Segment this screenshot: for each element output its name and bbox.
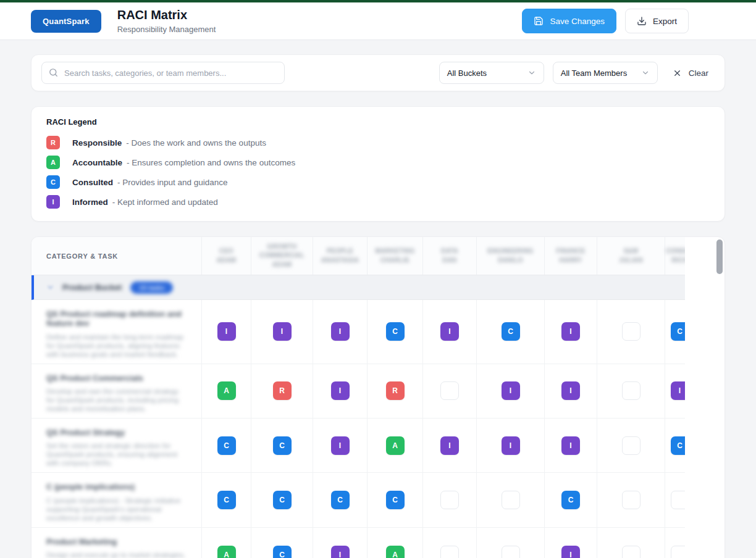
raci-cell[interactable]: [665, 528, 685, 558]
raci-cell[interactable]: [597, 300, 665, 364]
raci-cell[interactable]: I: [544, 418, 597, 472]
raci-cell[interactable]: [422, 473, 476, 527]
raci-cell[interactable]: I: [201, 300, 251, 364]
clear-filters-button[interactable]: Clear: [666, 69, 715, 78]
raci-badge-c[interactable]: C: [386, 491, 405, 509]
team-filter-select[interactable]: All Team Members: [553, 62, 658, 84]
raci-cell[interactable]: [597, 528, 665, 558]
raci-empty-box[interactable]: [622, 322, 640, 341]
raci-badge-i[interactable]: I: [502, 381, 520, 400]
raci-cell[interactable]: I: [544, 300, 597, 364]
raci-badge-i[interactable]: I: [331, 381, 350, 400]
raci-cell[interactable]: I: [422, 418, 476, 472]
save-changes-button[interactable]: Save Changes: [522, 9, 616, 33]
chevron-down-icon[interactable]: [46, 283, 54, 291]
raci-badge-c[interactable]: C: [671, 322, 686, 341]
raci-badge-a[interactable]: A: [386, 546, 405, 558]
raci-badge-c[interactable]: C: [273, 491, 292, 509]
raci-cell[interactable]: A: [367, 418, 422, 472]
raci-empty-box[interactable]: [622, 546, 640, 558]
raci-badge-i[interactable]: I: [217, 322, 236, 341]
raci-badge-r[interactable]: R: [386, 381, 405, 400]
raci-cell[interactable]: C: [251, 473, 313, 527]
raci-badge-a[interactable]: A: [217, 381, 236, 400]
raci-badge-i[interactable]: I: [331, 322, 350, 341]
raci-empty-box[interactable]: [440, 546, 459, 558]
member-column-label: S&MJULIAN: [619, 247, 643, 265]
raci-empty-box[interactable]: [440, 381, 459, 400]
raci-badge-i[interactable]: I: [561, 546, 580, 558]
raci-cell[interactable]: [597, 418, 665, 472]
raci-badge-c[interactable]: C: [561, 491, 580, 509]
raci-badge-i[interactable]: I: [440, 322, 459, 341]
raci-empty-box[interactable]: [502, 491, 520, 509]
raci-cell[interactable]: [597, 473, 665, 527]
raci-cell[interactable]: I: [476, 418, 544, 472]
raci-badge-i[interactable]: I: [502, 436, 520, 455]
export-button[interactable]: Export: [625, 9, 689, 33]
vertical-scrollbar-thumb[interactable]: [716, 239, 723, 274]
raci-cell[interactable]: I: [313, 528, 367, 558]
raci-cell[interactable]: I: [544, 528, 597, 558]
raci-cell[interactable]: I: [313, 300, 367, 364]
raci-badge-c[interactable]: C: [502, 322, 520, 341]
raci-cell[interactable]: I: [476, 364, 544, 418]
raci-cell[interactable]: I: [313, 364, 367, 418]
raci-empty-box[interactable]: [671, 491, 686, 509]
search-input[interactable]: [41, 62, 285, 84]
category-row-product-bucket[interactable]: Product Bucket 16 tasks: [32, 275, 685, 300]
raci-cell[interactable]: I: [544, 364, 597, 418]
raci-badge-a[interactable]: A: [217, 546, 236, 558]
raci-badge-c[interactable]: C: [671, 436, 686, 455]
raci-cell[interactable]: A: [367, 528, 422, 558]
raci-badge-i[interactable]: I: [561, 322, 580, 341]
raci-cell[interactable]: I: [665, 364, 685, 418]
raci-cell[interactable]: C: [367, 300, 422, 364]
raci-cell[interactable]: C: [665, 300, 685, 364]
raci-badge-i[interactable]: I: [273, 322, 292, 341]
raci-cell[interactable]: [476, 528, 544, 558]
raci-badge-c[interactable]: C: [273, 436, 292, 455]
raci-cell[interactable]: C: [665, 418, 685, 472]
raci-cell[interactable]: [665, 473, 685, 527]
raci-cell[interactable]: [422, 364, 476, 418]
raci-badge-c[interactable]: C: [273, 546, 292, 558]
raci-cell[interactable]: C: [313, 473, 367, 527]
raci-badge-c[interactable]: C: [217, 491, 236, 509]
raci-empty-box[interactable]: [440, 491, 459, 509]
raci-empty-box[interactable]: [671, 546, 686, 558]
raci-cell[interactable]: C: [251, 528, 313, 558]
raci-cell[interactable]: [476, 473, 544, 527]
raci-badge-i[interactable]: I: [440, 436, 459, 455]
raci-cell[interactable]: C: [476, 300, 544, 364]
raci-badge-r[interactable]: R: [273, 381, 292, 400]
raci-empty-box[interactable]: [622, 491, 640, 509]
raci-empty-box[interactable]: [622, 381, 640, 400]
bucket-filter-select[interactable]: All Buckets: [439, 62, 544, 84]
raci-cell[interactable]: C: [544, 473, 597, 527]
raci-badge-i[interactable]: I: [331, 546, 350, 558]
raci-badge-c[interactable]: C: [386, 322, 405, 341]
raci-badge-i[interactable]: I: [561, 436, 580, 455]
raci-cell[interactable]: C: [201, 473, 251, 527]
raci-cell[interactable]: A: [201, 364, 251, 418]
raci-empty-box[interactable]: [622, 436, 640, 455]
raci-badge-a[interactable]: A: [386, 436, 405, 455]
raci-badge-i[interactable]: I: [561, 381, 580, 400]
raci-empty-box[interactable]: [502, 546, 520, 558]
raci-cell[interactable]: I: [313, 418, 367, 472]
raci-cell[interactable]: I: [251, 300, 313, 364]
raci-badge-c[interactable]: C: [331, 491, 350, 509]
raci-badge-i[interactable]: I: [331, 436, 350, 455]
raci-cell[interactable]: C: [367, 473, 422, 527]
raci-cell[interactable]: I: [422, 300, 476, 364]
raci-cell[interactable]: R: [251, 364, 313, 418]
raci-cell[interactable]: [597, 364, 665, 418]
raci-cell[interactable]: C: [251, 418, 313, 472]
raci-badge-i[interactable]: I: [671, 381, 686, 400]
raci-cell[interactable]: C: [201, 418, 251, 472]
raci-badge-c[interactable]: C: [217, 436, 236, 455]
raci-cell[interactable]: R: [367, 364, 422, 418]
raci-cell[interactable]: [422, 528, 476, 558]
raci-cell[interactable]: A: [201, 528, 251, 558]
